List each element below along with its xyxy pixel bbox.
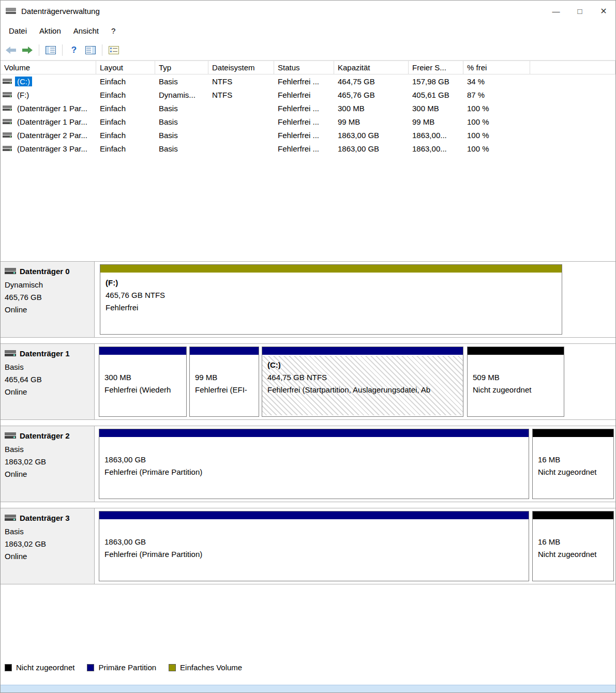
volume-icon (3, 106, 12, 111)
partition-label (473, 359, 564, 371)
partition-area: (F:) 465,76 GB NTFS Fehlerfrei (99, 262, 615, 337)
disk-row-2: Datenträger 2 Basis 1863,02 GB Online 18… (1, 426, 615, 502)
cell-prozent-frei: 34 % (463, 77, 530, 86)
partition-block-unallocated[interactable]: 16 MB Nicht zugeordnet (532, 511, 614, 581)
partition-block[interactable]: 1863,00 GB Fehlerfrei (Primäre Partition… (99, 429, 529, 499)
forward-arrow-icon[interactable] (20, 43, 35, 57)
cell-layout: Einfach (96, 91, 155, 99)
toolbar-separator (102, 44, 102, 56)
maximize-button[interactable]: □ (568, 1, 592, 21)
disk-info-panel[interactable]: Datenträger 1 Basis 465,64 GB Online (1, 344, 95, 419)
table-row[interactable]: (Datenträger 1 Par... Einfach Basis Fehl… (1, 115, 615, 128)
menu-ansicht[interactable]: Ansicht (67, 23, 105, 38)
partition-label (538, 523, 613, 536)
partition-strip-primary (99, 511, 529, 520)
column-header-status[interactable]: Status (274, 61, 334, 74)
legend-item-primary-partition: Primäre Partition (87, 663, 156, 672)
partition-block[interactable]: 300 MB Fehlerfrei (Wiederh (99, 346, 187, 417)
properties-icon[interactable] (106, 43, 122, 57)
partition-block-c-drive[interactable]: (C:) 464,75 GB NTFS Fehlerfrei (Startpar… (262, 346, 463, 417)
column-header-typ[interactable]: Typ (155, 61, 208, 74)
column-header-prozent-frei[interactable]: % frei (463, 61, 530, 74)
legend-item-unallocated: Nicht zugeordnet (5, 663, 74, 672)
cell-freier-speicher: 300 MB (409, 104, 463, 113)
partition-status: Fehlerfrei (Primäre Partition) (104, 466, 529, 478)
table-row[interactable]: (F:) Einfach Dynamis... NTFS Fehlerfrei … (1, 88, 615, 101)
cell-dateisystem: NTFS (208, 91, 274, 99)
disk-name: Datenträger 1 (20, 349, 70, 358)
partition-label: (C:) (267, 359, 463, 371)
disk-info-panel[interactable]: Datenträger 2 Basis 1863,02 GB Online (1, 426, 95, 502)
disk-row-3: Datenträger 3 Basis 1863,02 GB Online 18… (1, 508, 615, 584)
partition-area: 1863,00 GB Fehlerfrei (Primäre Partition… (99, 426, 615, 502)
console-tree-icon[interactable] (43, 43, 58, 57)
partition-block-unallocated[interactable]: 16 MB Nicht zugeordnet (532, 429, 614, 499)
partition-label (104, 359, 186, 371)
table-row[interactable]: (C:) Einfach Basis NTFS Fehlerfrei ... 4… (1, 74, 615, 88)
cell-prozent-frei: 100 % (463, 104, 530, 113)
disk-size: 1863,02 GB (5, 456, 90, 468)
table-row[interactable]: (Datenträger 3 Par... Einfach Basis Fehl… (1, 142, 615, 155)
cell-prozent-frei: 100 % (463, 144, 530, 153)
menu-aktion[interactable]: Aktion (33, 23, 67, 38)
minimize-button[interactable]: — (544, 1, 568, 21)
disk-name: Datenträger 2 (20, 431, 70, 440)
disk-row-1: Datenträger 1 Basis 465,64 GB Online 300… (1, 343, 615, 420)
column-header-volume[interactable]: Volume (1, 61, 96, 74)
volume-name: (C:) (15, 77, 32, 86)
partition-status: Fehlerfrei (Wiederh (104, 384, 186, 396)
action-pane-icon[interactable] (83, 43, 98, 57)
partition-block[interactable]: (F:) 465,76 GB NTFS Fehlerfrei (100, 264, 562, 335)
cell-freier-speicher: 1863,00... (409, 131, 463, 140)
menu-datei[interactable]: Datei (3, 23, 33, 38)
partition-size: 1863,00 GB (104, 454, 529, 466)
column-header-dateisystem[interactable]: Dateisystem (208, 61, 274, 74)
table-row[interactable]: (Datenträger 1 Par... Einfach Basis Fehl… (1, 101, 615, 115)
cell-kapazitaet: 99 MB (334, 117, 409, 126)
close-button[interactable]: ✕ (592, 1, 615, 21)
disk-icon (5, 515, 16, 521)
cell-prozent-frei: 100 % (463, 117, 530, 126)
legend: Nicht zugeordnet Primäre Partition Einfa… (5, 663, 615, 672)
disk-info-panel[interactable]: Datenträger 0 Dynamisch 465,76 GB Online (1, 262, 95, 337)
partition-block[interactable]: 1863,00 GB Fehlerfrei (Primäre Partition… (99, 511, 529, 581)
partition-size: 464,75 GB NTFS (267, 371, 463, 384)
cell-status: Fehlerfrei (274, 91, 334, 99)
disk-status: Online (5, 386, 90, 398)
cell-freier-speicher: 405,61 GB (409, 91, 463, 99)
partition-status: Fehlerfrei (106, 302, 562, 314)
disk-management-window: { "window": { "title": "Datenträgerverwa… (0, 0, 616, 693)
disk-row-0: Datenträger 0 Dynamisch 465,76 GB Online… (1, 261, 615, 338)
app-icon (6, 7, 17, 15)
column-header-freier-speicher[interactable]: Freier S... (409, 61, 463, 74)
cell-kapazitaet: 464,75 GB (334, 77, 409, 86)
column-header-kapazitaet[interactable]: Kapazität (334, 61, 409, 74)
volume-icon (3, 119, 12, 125)
volume-icon (3, 132, 12, 138)
partition-block[interactable]: 99 MB Fehlerfrei (EFI- (189, 346, 259, 417)
disk-icon (5, 432, 16, 439)
menu-help[interactable]: ? (105, 23, 122, 38)
column-header-layout[interactable]: Layout (96, 61, 155, 74)
partition-strip-unallocated (533, 511, 613, 520)
disk-kind: Dynamisch (5, 279, 90, 291)
partition-strip-unallocated (533, 429, 613, 438)
partition-size: 16 MB (538, 536, 613, 548)
partition-block-unallocated[interactable]: 509 MB Nicht zugeordnet (467, 346, 564, 417)
volume-name: (Datenträger 1 Par... (15, 103, 89, 113)
disk-info-panel[interactable]: Datenträger 3 Basis 1863,02 GB Online (1, 508, 95, 584)
cell-status: Fehlerfrei ... (274, 131, 334, 140)
partition-status: Nicht zugeordnet (538, 466, 613, 478)
back-arrow-icon[interactable] (3, 43, 19, 57)
partition-size: 300 MB (104, 371, 186, 384)
partition-size: 99 MB (195, 371, 259, 384)
cell-layout: Einfach (96, 131, 155, 140)
volume-list: Volume Layout Typ Dateisystem Status Kap… (1, 61, 615, 258)
volume-cell: (Datenträger 2 Par... (1, 130, 96, 140)
cell-dateisystem: NTFS (208, 77, 274, 86)
cell-status: Fehlerfrei ... (274, 77, 334, 86)
partition-label (104, 523, 529, 536)
help-icon[interactable]: ? (66, 43, 82, 57)
table-row[interactable]: (Datenträger 2 Par... Einfach Basis Fehl… (1, 128, 615, 142)
volume-icon (3, 92, 12, 98)
